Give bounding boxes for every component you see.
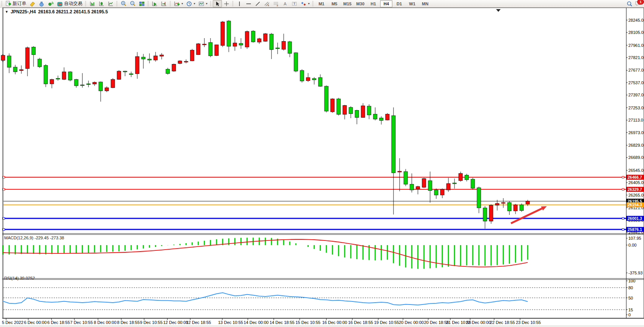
candle-body — [263, 34, 267, 41]
tab-timeframe-h4[interactable]: H4 — [380, 0, 392, 7]
line-handle[interactable] — [3, 228, 5, 230]
candle-body — [44, 66, 48, 84]
new-order-button[interactable]: 新订单 — [4, 0, 28, 7]
candle-body — [453, 183, 456, 184]
time-axis-label: 15 Dec 10:55 — [296, 320, 320, 325]
line-handle[interactable] — [622, 228, 624, 230]
horizontal-line-icon — [246, 1, 252, 7]
candle-body — [166, 69, 170, 74]
tab-timeframe-h1[interactable]: H1 — [367, 0, 379, 7]
zoom-out-button[interactable] — [128, 0, 137, 7]
tab-timeframe-m5[interactable]: M5 — [328, 0, 340, 7]
candle-body — [93, 82, 96, 84]
periods-button[interactable]: ▾ — [185, 0, 197, 7]
cursor-tool-button[interactable] — [213, 0, 222, 7]
market-watch-button[interactable] — [37, 0, 46, 7]
equidistant-channel-tool-button[interactable]: E — [262, 0, 271, 7]
candle-body — [477, 188, 481, 208]
chart-shift-button[interactable] — [159, 0, 169, 7]
candle-body — [434, 190, 438, 195]
auto-scroll-button[interactable] — [150, 0, 159, 7]
templates-button[interactable]: ▾ — [197, 0, 209, 7]
arrows-dropdown-icon[interactable]: ▾ — [308, 2, 310, 5]
candle-body — [202, 44, 206, 45]
trendline-tool-button[interactable] — [253, 0, 262, 7]
time-axis-label: 16 Dec 00:00 — [322, 320, 347, 325]
time-axis-label: 14 Dec 00:00 — [244, 320, 268, 325]
time-axis-label: 13 Dec 10:55 — [218, 320, 243, 325]
indicators-dropdown-icon[interactable]: ▾ — [181, 2, 183, 5]
time-axis-label: 8 Dec 18:55 — [117, 320, 140, 325]
line-handle[interactable] — [622, 217, 624, 219]
price-axis-label: 27677.0 — [628, 68, 644, 72]
line-handle[interactable] — [622, 176, 624, 178]
chart-symbol-period: JPN225-,H4 — [11, 9, 36, 14]
candle-body — [440, 189, 444, 195]
text-tool-button[interactable]: A — [281, 0, 290, 7]
equidistant-channel-icon: E — [264, 1, 270, 7]
line-handle[interactable] — [3, 217, 5, 219]
candle-body — [26, 48, 29, 69]
notifications-button[interactable]: 1 — [635, 0, 642, 8]
chart-menu-arrow-icon[interactable]: ▼ — [5, 10, 8, 14]
zoom-in-button[interactable] — [119, 0, 128, 7]
indicators-button[interactable]: ▾ — [172, 0, 185, 7]
candle-body — [361, 106, 365, 118]
horizontal-line-tool-button[interactable] — [244, 0, 253, 7]
price-axis-label: 26265.0 — [628, 193, 644, 197]
candlestick-chart-button[interactable] — [97, 0, 106, 7]
candle-body — [56, 79, 60, 79]
candle-body — [392, 115, 395, 173]
bar-chart-button[interactable] — [88, 0, 97, 7]
candle-body — [38, 59, 42, 67]
line-handle[interactable] — [3, 176, 5, 178]
line-chart-button[interactable] — [106, 0, 115, 7]
tab-timeframe-d1[interactable]: D1 — [393, 0, 405, 7]
strategy-tester-button[interactable] — [46, 0, 55, 7]
text-label-tool-button[interactable]: T — [290, 0, 299, 7]
periods-clock-icon — [186, 1, 192, 7]
candle-body — [1, 55, 5, 60]
candle-body — [379, 118, 383, 120]
fibonacci-tool-button[interactable]: F — [271, 0, 281, 7]
candlestick-chart-icon — [98, 1, 104, 7]
candle-body — [276, 48, 279, 49]
tab-timeframe-m30[interactable]: M30 — [354, 0, 366, 7]
templates-dropdown-icon[interactable]: ▾ — [206, 2, 207, 5]
search-icon[interactable] — [626, 1, 633, 7]
tab-timeframe-mn[interactable]: MN — [419, 0, 431, 7]
macd-axis-label: 0.00 — [628, 243, 636, 247]
price-axis-label: 28105.0 — [628, 30, 644, 35]
autotrading-button[interactable]: 自动交易 — [55, 0, 84, 7]
window-bottom-edge — [0, 325, 644, 327]
tile-windows-button[interactable] — [137, 0, 146, 7]
chart-background — [0, 8, 644, 327]
text-label-icon: T — [291, 1, 297, 7]
fibonacci-icon: F — [273, 1, 279, 7]
tab-timeframe-m15[interactable]: M15 — [341, 0, 353, 7]
metaeditor-button[interactable] — [28, 0, 37, 7]
crosshair-tool-button[interactable] — [222, 0, 231, 7]
line-handle[interactable] — [3, 188, 5, 190]
line-handle[interactable] — [622, 188, 624, 190]
chart-area[interactable]: 28245.028105.027961.027821.027677.027537… — [0, 0, 644, 327]
macd-axis-label: 107.95 — [628, 236, 641, 240]
candle-body — [270, 34, 273, 50]
candle-body — [331, 99, 334, 112]
price-axis-label: 27961.0 — [628, 43, 644, 48]
level-price-tag-text: 26329.7 — [628, 187, 642, 192]
toolbar-grip — [148, 1, 149, 6]
tab-timeframe-m1[interactable]: M1 — [315, 0, 328, 7]
price-axis-label: 27253.0 — [628, 106, 644, 110]
tab-timeframe-w1[interactable]: W1 — [406, 0, 418, 7]
periods-dropdown-icon[interactable]: ▾ — [194, 2, 195, 5]
rsi-axis-label: 15 — [628, 308, 633, 312]
chart-ohlc-values: 26163.6 26211.2 26141.5 26195.5 — [38, 9, 108, 14]
arrows-tool-button[interactable]: ▾ — [299, 0, 311, 7]
svg-text:E: E — [268, 4, 269, 6]
vertical-line-tool-button[interactable] — [235, 0, 244, 7]
toolbar-grip — [170, 1, 171, 6]
candle-body — [367, 106, 371, 115]
candle-body — [227, 21, 231, 46]
rsi-axis-label: 50 — [628, 296, 633, 300]
